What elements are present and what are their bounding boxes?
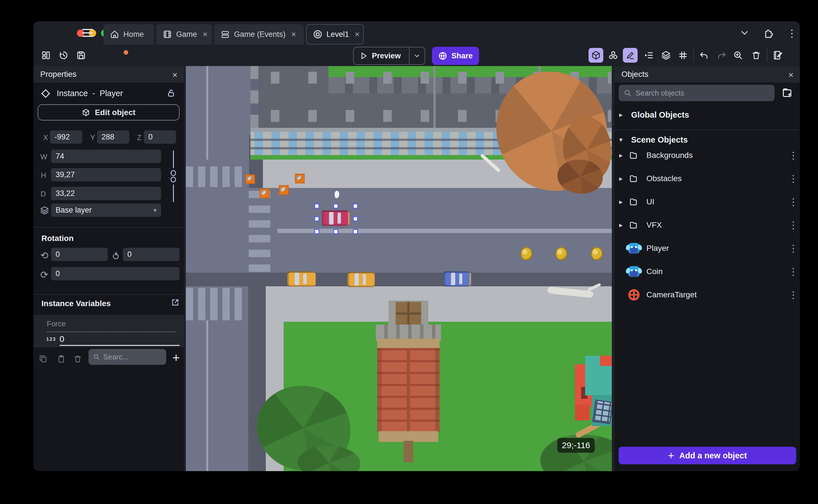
paste-icon[interactable]: [57, 354, 66, 365]
undo-icon[interactable]: [697, 48, 711, 63]
chevron-right-icon[interactable]: ▸: [619, 198, 628, 206]
objects-tree-row-player[interactable]: Player⋮: [615, 238, 800, 258]
objects-tree-row-vfx[interactable]: ▸VFX⋮: [615, 215, 800, 235]
share-button[interactable]: Share: [432, 47, 479, 65]
yellow-car[interactable]: [287, 271, 316, 287]
objects-tree-row-backgrounds[interactable]: ▸Backgrounds⋮: [615, 145, 800, 165]
row-menu-icon[interactable]: ⋮: [789, 289, 795, 300]
selection-handle[interactable]: [333, 204, 338, 209]
grid-icon[interactable]: [676, 48, 690, 63]
scene-properties-icon[interactable]: [770, 48, 785, 63]
history-icon[interactable]: [56, 48, 71, 63]
chevron-right-icon[interactable]: ▸: [619, 111, 626, 119]
tab-game[interactable]: Game ×: [156, 24, 212, 45]
selection-handle[interactable]: [314, 216, 319, 221]
coin[interactable]: [591, 247, 603, 261]
copy-icon[interactable]: [39, 354, 48, 365]
instances-list-icon[interactable]: [642, 48, 656, 63]
selection-handle[interactable]: [353, 229, 358, 234]
objects-group-icon[interactable]: [606, 48, 621, 63]
edit-pencil-icon[interactable]: [623, 48, 638, 63]
objects-tree-row-cameratarget[interactable]: CameraTarget⋮: [615, 285, 800, 305]
coin[interactable]: [521, 247, 532, 261]
variable-name[interactable]: Force: [47, 319, 65, 328]
close-icon[interactable]: ×: [788, 70, 794, 80]
open-external-icon[interactable]: [171, 298, 180, 308]
global-objects-group[interactable]: ▸ Global Objects: [615, 108, 800, 122]
tower-collar[interactable]: [377, 339, 440, 349]
unlock-icon[interactable]: [166, 88, 176, 99]
objects-tree-row-coin[interactable]: Coin⋮: [615, 262, 800, 281]
chevron-down-icon[interactable]: ▾: [619, 136, 626, 144]
variables-search-input[interactable]: [103, 353, 162, 361]
close-icon[interactable]: ×: [291, 29, 296, 39]
selection-handle[interactable]: [333, 229, 338, 234]
preview-button[interactable]: Preview: [353, 47, 425, 65]
layer-select[interactable]: Base layer ▾: [51, 204, 161, 217]
objects-search-input[interactable]: [636, 89, 770, 98]
height-input[interactable]: [51, 168, 161, 181]
view-3d-icon[interactable]: [589, 48, 603, 63]
dashboard-icon[interactable]: [39, 48, 53, 63]
add-variable-button[interactable]: +: [172, 351, 180, 365]
rotation-y-input[interactable]: [123, 248, 179, 261]
scene-viewport[interactable]: 29;-116: [186, 66, 612, 471]
tab-home[interactable]: Home: [103, 24, 154, 45]
layers-icon[interactable]: [659, 48, 673, 63]
selection-handle[interactable]: [353, 216, 358, 221]
chevron-right-icon[interactable]: ▸: [619, 151, 628, 159]
x-input[interactable]: [50, 130, 82, 144]
zoom-in-icon[interactable]: [731, 48, 745, 63]
tower-tail[interactable]: [403, 441, 413, 462]
row-menu-icon[interactable]: ⋮: [789, 150, 795, 161]
menu-icon[interactable]: [82, 28, 93, 38]
close-icon[interactable]: ×: [203, 29, 208, 39]
edit-object-button[interactable]: Edit object: [38, 104, 179, 120]
z-input[interactable]: [144, 130, 176, 144]
crate[interactable]: [259, 189, 269, 198]
preview-dropdown-arrow[interactable]: [409, 47, 425, 64]
red-building-step[interactable]: [575, 405, 590, 420]
row-menu-icon[interactable]: ⋮: [789, 266, 795, 277]
tab-game-events[interactable]: Game (Events) ×: [214, 24, 304, 45]
crate[interactable]: [295, 174, 304, 183]
redo-icon[interactable]: [714, 48, 729, 63]
save-icon[interactable]: [74, 48, 88, 63]
link-dimensions-control[interactable]: [172, 151, 174, 199]
variables-search[interactable]: [88, 349, 166, 365]
chevron-right-icon[interactable]: ▸: [619, 221, 628, 229]
add-new-object-button[interactable]: + Add a new object: [619, 447, 796, 464]
chevron-right-icon[interactable]: ▸: [619, 175, 628, 183]
tab-level1[interactable]: Level1 ×: [306, 24, 364, 45]
coin[interactable]: [555, 247, 567, 261]
kebab-menu-icon[interactable]: ⋮: [787, 27, 797, 39]
depth-input[interactable]: [51, 187, 161, 200]
selection-handle[interactable]: [314, 229, 319, 234]
blue-car[interactable]: [444, 271, 471, 287]
player-car-selected[interactable]: [322, 210, 350, 226]
scene-objects-group[interactable]: ▾ Scene Objects: [615, 133, 800, 147]
rotation-x-input[interactable]: [51, 248, 108, 261]
row-menu-icon[interactable]: ⋮: [789, 196, 795, 207]
close-icon[interactable]: ×: [172, 70, 177, 80]
preview-button-main[interactable]: Preview: [354, 52, 409, 60]
row-menu-icon[interactable]: ⋮: [789, 219, 795, 231]
objects-tree-row-ui[interactable]: ▸UI⋮: [615, 192, 800, 212]
selection-handle[interactable]: [353, 204, 358, 209]
row-menu-icon[interactable]: ⋮: [789, 173, 795, 184]
crate[interactable]: [245, 174, 255, 184]
chevron-down-icon[interactable]: [739, 27, 750, 39]
selection-handle[interactable]: [314, 204, 319, 209]
trash-icon[interactable]: [749, 48, 764, 63]
extensions-puzzle-icon[interactable]: [763, 27, 774, 39]
trash-icon[interactable]: [73, 354, 82, 365]
tower-base[interactable]: [378, 431, 438, 442]
objects-search[interactable]: [619, 85, 775, 101]
y-input[interactable]: [97, 130, 129, 144]
variable-value[interactable]: 0: [60, 334, 64, 344]
close-icon[interactable]: ×: [355, 29, 360, 39]
objects-tree-row-obstacles[interactable]: ▸Obstacles⋮: [615, 169, 800, 189]
tower-top-core[interactable]: [396, 302, 421, 325]
width-input[interactable]: [51, 150, 161, 163]
row-menu-icon[interactable]: ⋮: [789, 243, 795, 254]
